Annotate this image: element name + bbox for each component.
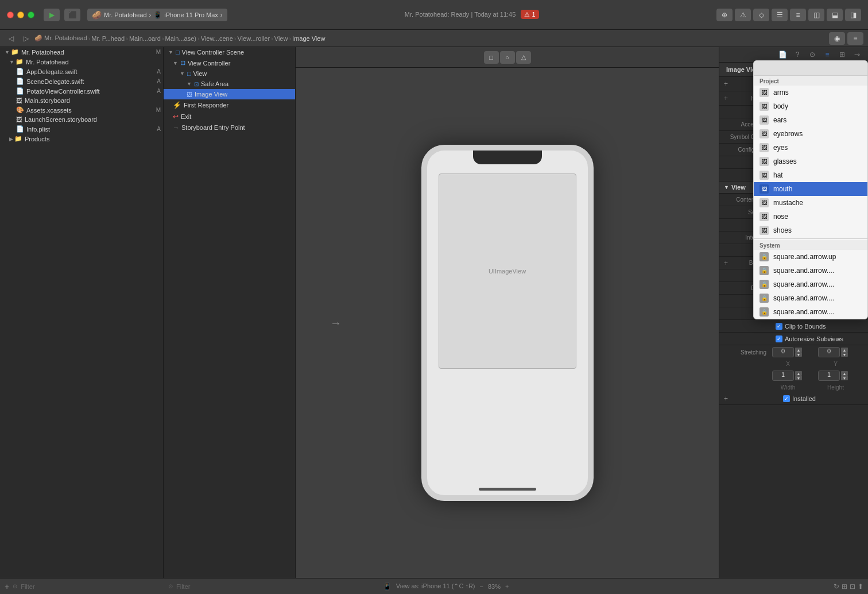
- nav-item-potatoviewcontroller[interactable]: 📄 PotatoViewController.swift A: [0, 86, 163, 96]
- breadcrumb-mr-potatohead[interactable]: 🥔 Mr. Potatohead: [34, 34, 87, 42]
- x-down-arrow[interactable]: ▼: [795, 352, 802, 357]
- status-bar: Mr. Potatohead: Ready | Today at 11:45 ⚠…: [232, 11, 712, 18]
- nav-back-btn[interactable]: ◁: [5, 33, 17, 44]
- dropdown-item-eyes[interactable]: 🖼 eyes: [754, 141, 867, 155]
- zoom-minus-btn[interactable]: −: [480, 583, 483, 590]
- refresh-icon[interactable]: ↻: [834, 583, 839, 591]
- play-icon: ▶: [49, 11, 55, 19]
- h-down-arrow[interactable]: ▼: [841, 376, 848, 380]
- canvas-tool-triangle[interactable]: △: [516, 51, 531, 64]
- breakpoints-btn[interactable]: ◇: [753, 9, 769, 21]
- inspector-btn[interactable]: ◨: [845, 9, 861, 21]
- nav-forward-btn[interactable]: ▷: [20, 33, 32, 44]
- stretching-height: 1 ▲ ▼: [818, 371, 848, 381]
- dropdown-item-sys4[interactable]: 🔒 square.and.arrow....: [754, 291, 867, 305]
- identity-inspector-icon[interactable]: ⊙: [806, 49, 819, 60]
- related-items-btn[interactable]: ◉: [829, 32, 845, 45]
- dropdown-item-sys2[interactable]: 🔒 square.and.arrow....: [754, 264, 867, 277]
- layout-icon-btn[interactable]: ⬛: [64, 9, 80, 21]
- fullscreen-button[interactable]: [28, 11, 34, 18]
- nav-item-infoplist[interactable]: 📄 Info.plist A: [0, 124, 163, 134]
- dropdown-item-mustache[interactable]: 🖼 mustache: [754, 196, 867, 210]
- image-dropdown[interactable]: Project 🖼 arms 🖼 body 🖼 ears 🖼 eyebrows …: [753, 60, 868, 319]
- nav-item-products[interactable]: ▶ 📁 Products: [0, 134, 163, 144]
- scene-view-controller[interactable]: ▼ ⊡ View Controller: [164, 57, 295, 68]
- nav-item-scenedelegate[interactable]: 📄 SceneDelegate.swift A: [0, 76, 163, 86]
- dropdown-item-sys3[interactable]: 🔒 square.and.arrow....: [754, 277, 867, 291]
- canvas-tool-circle[interactable]: ○: [500, 51, 515, 64]
- simulator-btn[interactable]: ≡: [790, 9, 806, 21]
- badge: M: [156, 49, 161, 55]
- body-icon: 🖼: [760, 102, 769, 111]
- dropdown-label: square.and.arrow....: [773, 280, 834, 288]
- nav-item-appdelegate[interactable]: 📄 AppDelegate.swift A: [0, 67, 163, 76]
- scene-exit[interactable]: ↩ Exit: [164, 111, 295, 122]
- scene-first-responder[interactable]: ⚡ First Responder: [164, 99, 295, 111]
- dropdown-search-input[interactable]: [754, 61, 867, 76]
- y-up-arrow[interactable]: ▲: [841, 348, 848, 352]
- background-plus-btn[interactable]: +: [724, 259, 728, 267]
- debug-btn[interactable]: ⬓: [827, 9, 843, 21]
- add-canvas-icon[interactable]: ⬆: [858, 583, 863, 591]
- nav-item-mr-potatohead-group[interactable]: ▼ 📁 Mr. Potatohead: [0, 57, 163, 67]
- scheme-selector[interactable]: 🥔 Mr. Potatohead › 📱 iPhone 11 Pro Max ›: [87, 9, 227, 21]
- view-icon: □: [187, 70, 191, 77]
- attributes-inspector-icon active[interactable]: ≡: [821, 49, 834, 60]
- w-down-arrow[interactable]: ▼: [795, 376, 802, 380]
- dropdown-label: glasses: [773, 157, 797, 165]
- connections-inspector-icon[interactable]: ⊸: [851, 49, 863, 60]
- x-up-arrow[interactable]: ▲: [795, 348, 802, 352]
- dropdown-item-hat[interactable]: 🖼 hat: [754, 168, 867, 182]
- image-plus-btn[interactable]: +: [724, 80, 728, 88]
- stretching-y-input[interactable]: 0: [818, 347, 840, 357]
- h-up-arrow[interactable]: ▲: [841, 371, 848, 376]
- quick-help-icon[interactable]: ?: [791, 49, 804, 60]
- installed-checkbox[interactable]: ✓: [783, 395, 790, 402]
- scene-storyboard-entry[interactable]: → Storyboard Entry Point: [164, 122, 295, 133]
- warnings-btn[interactable]: ⚠: [735, 9, 751, 21]
- dropdown-item-sys5[interactable]: 🔒 square.and.arrow....: [754, 305, 867, 319]
- navigator-btn[interactable]: ◫: [808, 9, 824, 21]
- scene-safe-area[interactable]: ▼ ⊡ Safe Area: [164, 79, 295, 89]
- dropdown-item-nose[interactable]: 🖼 nose: [754, 210, 867, 223]
- dropdown-item-glasses[interactable]: 🖼 glasses: [754, 155, 867, 168]
- zoom-fit-icon[interactable]: ⊡: [850, 583, 855, 591]
- env-overrides-btn[interactable]: ☰: [772, 9, 788, 21]
- image-view-placeholder[interactable]: UIImageView: [439, 173, 576, 369]
- dropdown-item-sys1[interactable]: 🔒 square.and.arrow.up: [754, 250, 867, 264]
- scene-header[interactable]: ▼ □ View Controller Scene: [164, 47, 295, 57]
- dropdown-item-arms[interactable]: 🖼 arms: [754, 86, 867, 99]
- play-button[interactable]: ▶: [44, 9, 60, 21]
- zoom-plus-btn[interactable]: +: [505, 583, 509, 590]
- close-button[interactable]: [7, 11, 14, 18]
- nav-item-mr-potatohead-root[interactable]: ▼ 📁 Mr. Potatohead M: [0, 47, 163, 57]
- autoresize-checkbox[interactable]: ✓: [776, 335, 782, 342]
- y-down-arrow[interactable]: ▼: [841, 352, 848, 357]
- highlighted-plus-btn[interactable]: +: [724, 94, 728, 102]
- stretching-height-input[interactable]: 1: [818, 371, 840, 381]
- disclosure-arrow: ▼: [173, 60, 178, 66]
- attr-row-autoresize: ✓ Autoresize Subviews: [719, 333, 868, 345]
- clip-bounds-checkbox[interactable]: ✓: [776, 323, 782, 330]
- fit-icon[interactable]: ⊞: [842, 583, 847, 591]
- dropdown-item-body[interactable]: 🖼 body: [754, 99, 867, 113]
- codereview-btn[interactable]: ≡: [847, 32, 863, 45]
- canvas-tool-square[interactable]: □: [484, 51, 499, 64]
- stretching-width-input[interactable]: 1: [772, 371, 794, 381]
- installed-plus-btn[interactable]: +: [724, 395, 728, 403]
- scene-view[interactable]: ▼ □ View: [164, 68, 295, 79]
- nav-item-assets[interactable]: 🎨 Assets.xcassets M: [0, 105, 163, 115]
- minimize-button[interactable]: [17, 11, 24, 18]
- dropdown-item-shoes[interactable]: 🖼 shoes: [754, 223, 867, 237]
- w-up-arrow[interactable]: ▲: [795, 371, 802, 376]
- file-inspector-icon[interactable]: 📄: [776, 49, 789, 60]
- stretching-x-input[interactable]: 0: [772, 347, 794, 357]
- scene-image-view[interactable]: 🖼 Image View: [164, 89, 295, 99]
- dropdown-item-mouth[interactable]: 🖼 mouth: [754, 182, 867, 196]
- dropdown-item-ears[interactable]: 🖼 ears: [754, 113, 867, 127]
- size-inspector-icon[interactable]: ⊞: [836, 49, 848, 60]
- nav-item-main-storyboard[interactable]: 🖼 Main.storyboard: [0, 96, 163, 105]
- dropdown-item-eyebrows[interactable]: 🖼 eyebrows: [754, 127, 867, 141]
- add-target-btn[interactable]: ⊕: [716, 9, 733, 21]
- nav-item-launchscreen[interactable]: 🖼 LaunchScreen.storyboard: [0, 115, 163, 124]
